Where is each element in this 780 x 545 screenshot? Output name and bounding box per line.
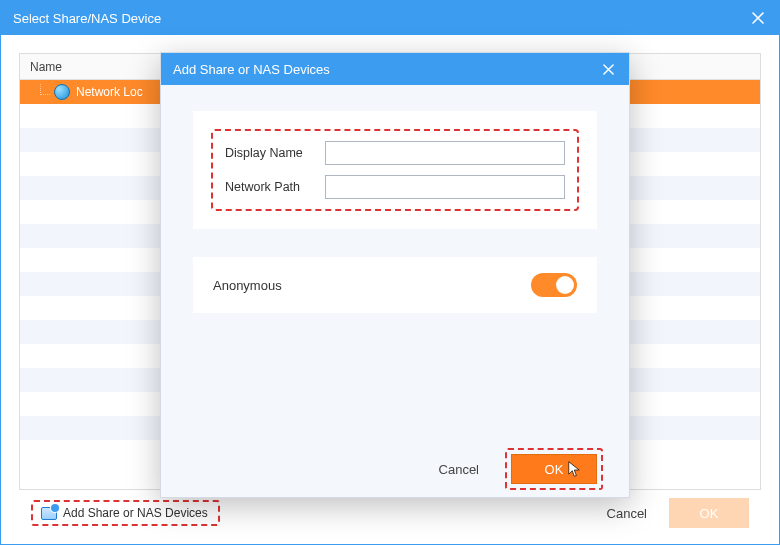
display-name-input[interactable] xyxy=(325,141,565,165)
row-label: Network Loc xyxy=(76,85,143,99)
close-icon[interactable] xyxy=(749,9,767,27)
ok-button[interactable]: OK xyxy=(669,498,749,528)
dialog-titlebar: Add Share or NAS Devices xyxy=(161,53,629,85)
dialog-body: Display Name Network Path Anonymous xyxy=(161,85,629,441)
footer-buttons: Cancel OK xyxy=(597,498,749,528)
ok-highlight: OK xyxy=(505,448,603,490)
network-path-input[interactable] xyxy=(325,175,565,199)
tree-indent xyxy=(20,80,54,104)
toggle-knob xyxy=(556,276,574,294)
add-share-highlight: Add Share or NAS Devices xyxy=(31,500,220,526)
display-name-row: Display Name xyxy=(225,141,565,165)
fields-highlight: Display Name Network Path xyxy=(211,129,579,211)
close-icon[interactable] xyxy=(599,60,617,78)
main-title: Select Share/NAS Device xyxy=(13,11,161,26)
network-path-label: Network Path xyxy=(225,180,315,194)
cancel-button[interactable]: Cancel xyxy=(431,456,487,483)
anonymous-toggle[interactable] xyxy=(531,273,577,297)
anonymous-label: Anonymous xyxy=(213,278,282,293)
network-location-icon xyxy=(54,84,70,100)
anonymous-panel: Anonymous xyxy=(193,257,597,313)
cancel-button[interactable]: Cancel xyxy=(597,500,657,527)
display-name-label: Display Name xyxy=(225,146,315,160)
add-share-label: Add Share or NAS Devices xyxy=(63,506,208,520)
network-path-row: Network Path xyxy=(225,175,565,199)
ok-button[interactable]: OK xyxy=(511,454,597,484)
cursor-icon xyxy=(568,461,582,479)
main-titlebar: Select Share/NAS Device xyxy=(1,1,779,35)
column-name: Name xyxy=(30,60,62,74)
dialog-footer: Cancel OK xyxy=(161,441,629,497)
add-share-dialog: Add Share or NAS Devices Display Name Ne… xyxy=(160,52,630,498)
ok-label: OK xyxy=(545,462,564,477)
add-share-button[interactable]: Add Share or NAS Devices xyxy=(35,503,214,523)
fields-panel: Display Name Network Path xyxy=(193,111,597,229)
dialog-title: Add Share or NAS Devices xyxy=(173,62,330,77)
add-share-icon xyxy=(41,506,57,520)
